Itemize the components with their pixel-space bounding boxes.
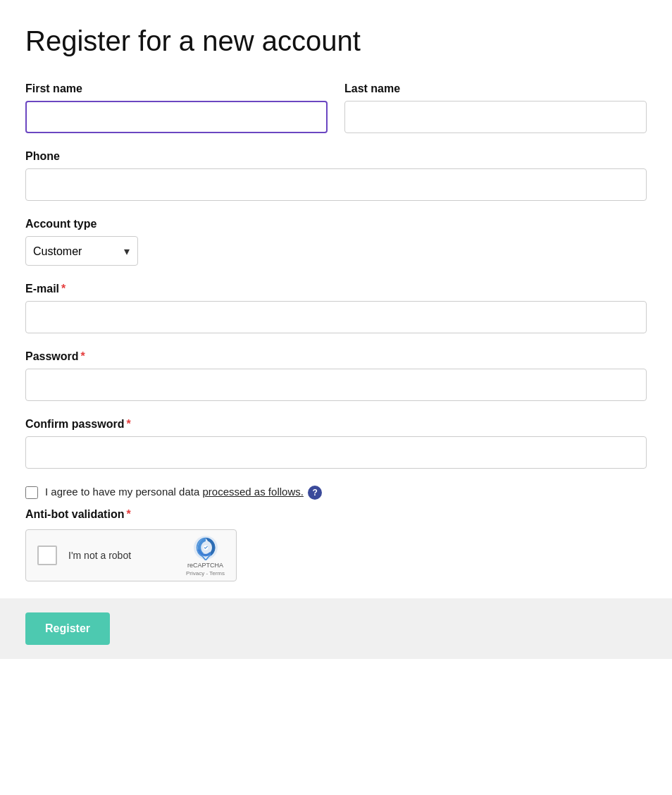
footer-bar: Register bbox=[0, 598, 672, 659]
recaptcha-logo-area: reCAPTCHA Privacy - Terms bbox=[186, 535, 225, 577]
recaptcha-logo-icon bbox=[193, 535, 218, 560]
phone-label: Phone bbox=[25, 150, 647, 163]
first-name-input[interactable] bbox=[25, 101, 328, 133]
recaptcha-checkbox[interactable] bbox=[37, 546, 57, 565]
recaptcha-links: Privacy - Terms bbox=[186, 570, 225, 577]
recaptcha-text: I'm not a robot bbox=[68, 550, 175, 561]
last-name-input[interactable] bbox=[344, 101, 647, 133]
password-input[interactable] bbox=[25, 369, 647, 401]
account-type-label: Account type bbox=[25, 218, 647, 230]
confirm-password-input[interactable] bbox=[25, 436, 647, 469]
agree-checkbox[interactable] bbox=[25, 486, 38, 499]
help-icon[interactable]: ? bbox=[308, 486, 322, 500]
email-input[interactable] bbox=[25, 301, 647, 333]
agree-checkbox-row: I agree to have my personal data process… bbox=[25, 486, 647, 500]
confirm-password-label: Confirm password* bbox=[25, 418, 647, 431]
last-name-label: Last name bbox=[344, 82, 647, 95]
agree-checkbox-label: I agree to have my personal data process… bbox=[45, 486, 322, 500]
register-button[interactable]: Register bbox=[25, 612, 110, 645]
email-label: E-mail* bbox=[25, 283, 647, 295]
phone-input[interactable] bbox=[25, 168, 647, 201]
processed-as-follows-link[interactable]: processed as follows. bbox=[202, 486, 303, 498]
password-label: Password* bbox=[25, 350, 647, 363]
account-type-select[interactable]: Customer Business Admin bbox=[25, 236, 138, 266]
recaptcha-brand: reCAPTCHA bbox=[187, 562, 223, 569]
recaptcha-widget[interactable]: I'm not a robot reCAPTCHA Privacy - Term… bbox=[25, 529, 237, 581]
first-name-label: First name bbox=[25, 82, 328, 95]
anti-bot-label: Anti-bot validation* bbox=[25, 508, 647, 521]
page-title: Register for a new account bbox=[25, 25, 647, 57]
